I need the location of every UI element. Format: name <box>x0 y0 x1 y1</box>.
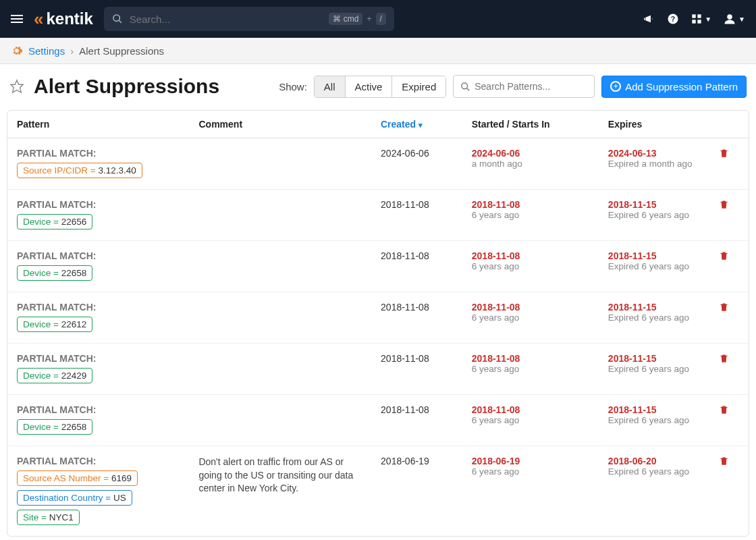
created-cell: 2018-11-08 <box>381 353 472 364</box>
svg-rect-6 <box>693 20 696 23</box>
match-type-label: PARTIAL MATCH: <box>17 302 198 313</box>
match-type-label: PARTIAL MATCH: <box>17 353 198 364</box>
delete-icon[interactable] <box>719 148 739 159</box>
gear-icon <box>11 45 23 57</box>
comment-cell: Don't alert on traffic from our AS or go… <box>198 456 381 495</box>
expires-cell: 2018-11-15Expired 6 years ago <box>608 302 719 323</box>
table-row[interactable]: PARTIAL MATCH:Device = 226562018-11-0820… <box>7 190 749 241</box>
col-pattern[interactable]: Pattern <box>17 119 198 130</box>
match-type-label: PARTIAL MATCH: <box>17 456 198 466</box>
global-search[interactable]: ⌘ cmd + / <box>104 7 394 31</box>
hamburger-menu-icon[interactable] <box>11 15 23 23</box>
table-row[interactable]: PARTIAL MATCH:Source AS Number = 6169Des… <box>7 446 749 536</box>
kbd-cmd: ⌘ cmd <box>329 13 362 25</box>
pattern-tag: Source IP/CIDR = 3.12.3.40 <box>17 163 142 178</box>
breadcrumb: Settings › Alert Suppressions <box>0 38 756 64</box>
table-row[interactable]: PARTIAL MATCH:Source IP/CIDR = 3.12.3.40… <box>7 138 749 190</box>
caret-down-icon: ▼ <box>705 16 711 23</box>
expires-cell: 2018-11-15Expired 6 years ago <box>608 353 719 374</box>
svg-line-1 <box>119 20 122 23</box>
col-expires[interactable]: Expires <box>608 119 719 130</box>
started-cell: 2018-11-086 years ago <box>472 404 608 425</box>
created-cell: 2018-06-19 <box>381 456 472 466</box>
svg-rect-7 <box>698 20 701 23</box>
svg-line-11 <box>467 88 470 90</box>
suppressions-table: Pattern Comment Created ▾ Started / Star… <box>7 110 749 537</box>
table-row[interactable]: PARTIAL MATCH:Device = 226122018-11-0820… <box>7 292 749 344</box>
kbd-slash: / <box>376 13 386 25</box>
delete-icon[interactable] <box>719 456 739 466</box>
svg-text:?: ? <box>671 15 675 23</box>
topnav-right: ? ▼ ▼ <box>643 13 745 25</box>
svg-point-8 <box>727 14 732 20</box>
created-cell: 2018-11-08 <box>381 302 472 313</box>
header-controls: Show: All Active Expired + Add Suppressi… <box>279 75 747 98</box>
logo-chevron-icon: « <box>34 9 39 30</box>
filter-expired[interactable]: Expired <box>392 76 446 97</box>
delete-icon[interactable] <box>719 250 739 261</box>
chevron-right-icon: › <box>70 45 74 57</box>
apps-icon[interactable]: ▼ <box>691 14 711 24</box>
pattern-tag: Device = 22656 <box>17 214 92 230</box>
filter-active[interactable]: Active <box>345 76 392 97</box>
search-shortcut: ⌘ cmd + / <box>329 13 385 25</box>
pattern-tag: Device = 22429 <box>17 368 92 383</box>
help-icon[interactable]: ? <box>667 13 679 25</box>
created-cell: 2018-11-08 <box>381 250 472 261</box>
expires-cell: 2018-11-15Expired 6 years ago <box>608 250 719 271</box>
breadcrumb-current: Alert Suppressions <box>79 45 164 57</box>
filter-all[interactable]: All <box>315 76 345 97</box>
brand-logo[interactable]: « kentik <box>34 9 93 30</box>
announcement-icon[interactable] <box>643 13 655 25</box>
caret-down-icon: ▼ <box>738 16 745 23</box>
show-label: Show: <box>279 81 307 92</box>
user-menu[interactable]: ▼ <box>724 13 745 25</box>
expires-cell: 2018-11-15Expired 6 years ago <box>608 199 719 220</box>
expires-cell: 2024-06-13Expired a month ago <box>608 148 719 169</box>
add-suppression-button[interactable]: + Add Suppression Pattern <box>601 76 747 98</box>
table-row[interactable]: PARTIAL MATCH:Device = 224292018-11-0820… <box>7 344 749 395</box>
col-created[interactable]: Created ▾ <box>381 119 472 130</box>
page-title: Alert Suppressions <box>34 75 219 98</box>
svg-point-10 <box>462 82 468 88</box>
search-icon <box>460 82 470 92</box>
delete-icon[interactable] <box>719 404 739 415</box>
col-started[interactable]: Started / Starts In <box>472 119 608 130</box>
pattern-tag: Destination Country = US <box>17 490 132 506</box>
started-cell: 2024-06-06a month ago <box>472 148 608 169</box>
delete-icon[interactable] <box>719 199 739 210</box>
delete-icon[interactable] <box>719 353 739 364</box>
started-cell: 2018-11-086 years ago <box>472 199 608 220</box>
favorite-star-icon[interactable] <box>9 79 24 94</box>
pattern-tag: Source AS Number = 6169 <box>17 470 138 486</box>
brand-name: kentik <box>46 9 92 28</box>
svg-rect-4 <box>693 14 696 18</box>
table-row[interactable]: PARTIAL MATCH:Device = 226582018-11-0820… <box>7 395 749 446</box>
global-search-input[interactable] <box>130 14 323 25</box>
delete-icon[interactable] <box>719 302 739 313</box>
expires-cell: 2018-06-20Expired 6 years ago <box>608 456 719 477</box>
started-cell: 2018-11-086 years ago <box>472 302 608 323</box>
pattern-tag: Device = 22612 <box>17 317 92 332</box>
table-row[interactable]: PARTIAL MATCH:Device = 226582018-11-0820… <box>7 241 749 292</box>
created-cell: 2018-11-08 <box>381 404 472 415</box>
col-created-label: Created <box>381 119 416 130</box>
filter-segmented: All Active Expired <box>314 76 446 98</box>
created-cell: 2018-11-08 <box>381 199 472 210</box>
breadcrumb-settings-link[interactable]: Settings <box>28 45 65 57</box>
pattern-search-input[interactable] <box>475 81 593 92</box>
match-type-label: PARTIAL MATCH: <box>17 404 198 415</box>
col-comment[interactable]: Comment <box>198 119 380 130</box>
pattern-tag: Device = 22658 <box>17 265 92 281</box>
pattern-search[interactable] <box>453 75 595 98</box>
created-cell: 2024-06-06 <box>381 148 472 159</box>
chevron-down-icon: ▾ <box>418 121 423 129</box>
match-type-label: PARTIAL MATCH: <box>17 148 198 159</box>
svg-rect-5 <box>698 14 701 18</box>
table-header: Pattern Comment Created ▾ Started / Star… <box>7 111 749 138</box>
match-type-label: PARTIAL MATCH: <box>17 199 198 210</box>
pattern-tag: Site = NYC1 <box>17 510 80 525</box>
pattern-tag: Device = 22658 <box>17 419 92 435</box>
top-nav: « kentik ⌘ cmd + / ? ▼ ▼ <box>0 0 756 38</box>
started-cell: 2018-11-086 years ago <box>472 250 608 271</box>
